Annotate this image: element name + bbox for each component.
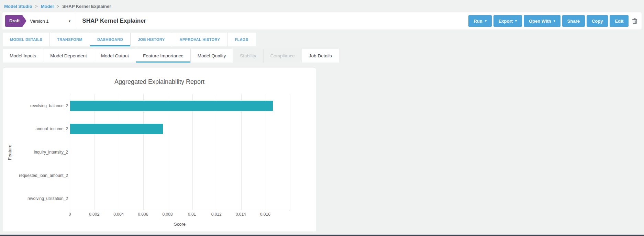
y-axis-label: revolving_balance_2 xyxy=(16,94,70,117)
breadcrumb-current: SHAP Kernel Explainer xyxy=(62,4,111,9)
chevron-right-icon: > xyxy=(57,4,59,9)
y-axis-label: annual_income_2 xyxy=(16,117,70,141)
version-label: Version 1 xyxy=(30,19,48,24)
gridline xyxy=(119,94,119,210)
breadcrumb-link-model[interactable]: Model xyxy=(41,4,54,9)
tab-approval-history[interactable]: APPROVAL HISTORY xyxy=(172,33,227,46)
plot-area xyxy=(70,94,290,210)
chart-title: Aggregated Explainability Report xyxy=(3,78,316,86)
y-axis-label: requested_loan_amount_2 xyxy=(16,164,70,187)
subtab-feature-importance[interactable]: Feature Importance xyxy=(136,49,191,63)
bar-annual_income_2 xyxy=(70,124,163,134)
gridline xyxy=(168,94,168,210)
edit-button[interactable]: Edit xyxy=(610,15,629,27)
tab-dashboard[interactable]: DASHBOARD xyxy=(90,33,131,46)
subtab-job-details[interactable]: Job Details xyxy=(302,49,339,63)
status-badge: Draft xyxy=(5,15,22,27)
delete-button[interactable] xyxy=(632,18,637,24)
gridline xyxy=(266,94,266,210)
chevron-down-icon: ▾ xyxy=(485,19,487,23)
x-axis-tick-label: 0 xyxy=(69,212,71,217)
dashboard-subtabs: Model Inputs Model Dependent Model Outpu… xyxy=(3,49,644,63)
tab-flags[interactable]: FLAGS xyxy=(227,33,256,46)
page-title: SHAP Kernel Explainer xyxy=(82,18,146,24)
bar-chart: Feature revolving_balance_2annual_income… xyxy=(3,94,316,210)
divider xyxy=(76,12,76,30)
y-axis-title: Feature xyxy=(3,94,16,210)
tab-model-details[interactable]: MODEL DETAILS xyxy=(3,33,50,46)
x-axis-tick-label: 0.01 xyxy=(188,212,196,217)
subtab-stability: Stability xyxy=(233,49,263,63)
gridline xyxy=(95,94,95,210)
feature-importance-panel: Aggregated Explainability Report Feature… xyxy=(3,68,316,232)
gridline xyxy=(217,94,217,210)
chevron-down-icon: ▾ xyxy=(515,19,517,23)
breadcrumb-link-model-studio[interactable]: Model Studio xyxy=(4,4,32,9)
y-axis-labels: revolving_balance_2annual_income_2inquir… xyxy=(16,94,70,210)
copy-button[interactable]: Copy xyxy=(587,15,608,27)
y-axis-label: revolving_utilization_2 xyxy=(16,187,70,210)
y-axis-label: inquiry_intensity_2 xyxy=(16,141,70,164)
subtab-model-quality[interactable]: Model Quality xyxy=(191,49,233,63)
subtab-model-dependent[interactable]: Model Dependent xyxy=(43,49,94,63)
x-axis-ticks: 00.0020.0040.0060.0080.010.0120.0140.016 xyxy=(70,212,290,218)
gridline xyxy=(241,94,242,210)
share-button[interactable]: Share xyxy=(562,15,585,27)
bottom-edge-strip xyxy=(0,235,644,236)
subtab-model-inputs[interactable]: Model Inputs xyxy=(3,49,43,63)
chevron-down-icon: ▾ xyxy=(69,19,71,23)
x-axis-tick-label: 0.012 xyxy=(211,212,222,217)
run-button[interactable]: Run ▾ xyxy=(468,15,491,27)
gridline xyxy=(290,94,290,210)
x-axis-tick-label: 0.008 xyxy=(162,212,173,217)
version-dropdown[interactable]: Version 1 ▾ xyxy=(30,19,70,24)
chevron-right-icon: > xyxy=(35,4,38,9)
x-axis-tick-label: 0.004 xyxy=(113,212,124,217)
gridline xyxy=(192,94,193,210)
export-button[interactable]: Export ▾ xyxy=(493,15,522,27)
x-axis-title: Score xyxy=(70,222,290,227)
x-axis-tick-label: 0.014 xyxy=(236,212,246,217)
subtab-model-output[interactable]: Model Output xyxy=(94,49,136,63)
subtab-compliance: Compliance xyxy=(264,49,302,63)
gridline xyxy=(143,94,144,210)
x-axis-tick-label: 0.016 xyxy=(260,212,270,217)
main-tabs: MODEL DETAILS TRANSFORM DASHBOARD JOB HI… xyxy=(3,33,644,46)
open-with-button[interactable]: Open With ▾ xyxy=(524,15,560,27)
breadcrumb: Model Studio > Model > SHAP Kernel Expla… xyxy=(0,0,644,12)
bar-revolving_balance_2 xyxy=(70,101,273,111)
x-axis-tick-label: 0.002 xyxy=(89,212,99,217)
trash-icon xyxy=(632,18,637,24)
tab-transform[interactable]: TRANSFORM xyxy=(50,33,90,46)
x-axis-tick-label: 0.006 xyxy=(138,212,148,217)
tab-job-history[interactable]: JOB HISTORY xyxy=(131,33,172,46)
chevron-down-icon: ▾ xyxy=(554,19,555,23)
header-bar: Draft Version 1 ▾ SHAP Kernel Explainer … xyxy=(2,12,642,30)
